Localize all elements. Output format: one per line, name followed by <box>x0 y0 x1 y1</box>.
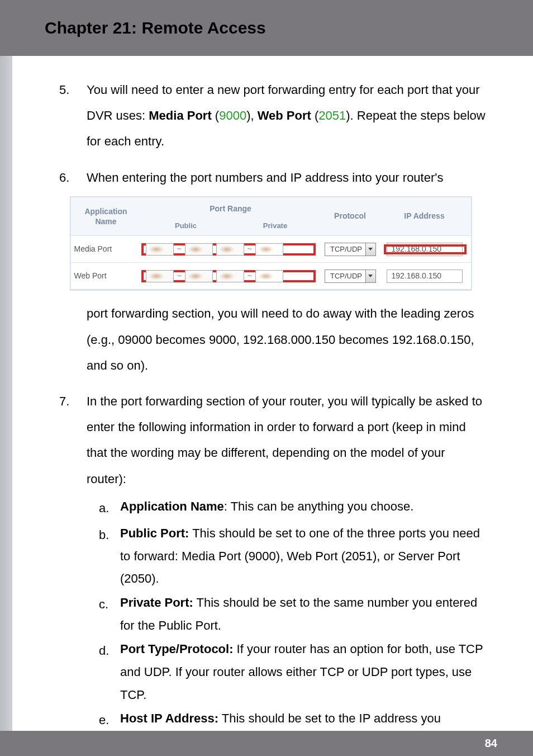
sub-label: Application Name <box>120 499 224 513</box>
private-port-start-input[interactable] <box>216 270 244 282</box>
text: Name <box>71 216 141 226</box>
text: Port Range <box>141 200 320 218</box>
sub-letter: c. <box>87 592 120 637</box>
list-number: 6. <box>56 165 87 191</box>
list-body: When entering the port numbers and IP ad… <box>87 165 486 191</box>
list-item-7: 7. In the port forwarding section of you… <box>56 389 486 753</box>
list-number: 5. <box>56 77 87 155</box>
port-range-cell: ~ ~ <box>141 268 320 284</box>
page-content: 5. You will need to enter a new port for… <box>0 56 533 753</box>
ip-address-input[interactable]: 192.168.0.150 <box>387 270 463 283</box>
sub-letter: d. <box>87 638 120 706</box>
sub-label: Port Type/Protocol: <box>120 642 234 656</box>
chevron-down-icon <box>365 243 375 256</box>
private-port-start-input[interactable] <box>216 243 244 256</box>
protocol-select[interactable]: TCP/UDP <box>325 243 376 256</box>
tilde-separator: ~ <box>177 268 182 284</box>
ip-address-input[interactable]: 192.168.0.150 <box>387 243 463 256</box>
public-port-end-input[interactable] <box>185 243 213 256</box>
sub-list: a. Application Name: This can be anythin… <box>87 495 486 753</box>
router-port-forwarding-table: Application Name Port Range Public Priva… <box>70 196 472 291</box>
public-port-start-input[interactable] <box>146 270 174 282</box>
page-footer: 84 <box>0 731 533 756</box>
ip-cell: 192.168.0.150 <box>380 243 469 256</box>
protocol-value: TCP/UDP <box>325 268 365 284</box>
sub-item-b: b. Public Port: This should be set to on… <box>87 522 486 590</box>
sub-label: Host IP Address: <box>120 711 218 725</box>
col-public: Public <box>141 218 231 233</box>
sub-text: : This can be anything you choose. <box>224 499 414 513</box>
tilde-separator: ~ <box>177 241 182 257</box>
media-port-label: Media Port <box>149 108 211 122</box>
page-number: 84 <box>485 737 497 750</box>
col-application-name: Application Name <box>71 197 141 236</box>
port-range-cell: ~ ~ <box>141 241 320 257</box>
text: port forwarding section, you will need t… <box>87 306 474 372</box>
text: When entering the port numbers and IP ad… <box>87 171 443 185</box>
col-private: Private <box>231 218 320 233</box>
chevron-down-icon <box>365 270 375 282</box>
sub-item-d: d. Port Type/Protocol: If your router ha… <box>87 638 486 706</box>
table-row: Media Port ~ ~ TCP/UDP 192.168.0.150 <box>71 236 471 263</box>
page-header: Chapter 21: Remote Access <box>0 0 533 56</box>
list-item-5: 5. You will need to enter a new port for… <box>56 77 486 155</box>
protocol-cell: TCP/UDP <box>320 243 380 256</box>
protocol-value: TCP/UDP <box>325 242 365 257</box>
sub-body: Application Name: This can be anything y… <box>120 495 486 521</box>
sub-label: Public Port: <box>120 526 189 540</box>
sub-body: Port Type/Protocol: If your router has a… <box>120 638 486 706</box>
sub-letter: b. <box>87 522 120 590</box>
sidebar-stripe <box>0 56 12 731</box>
sub-label: Private Port: <box>120 596 193 609</box>
col-protocol: Protocol <box>320 197 380 236</box>
list-item-6-continued: port forwarding section, you will need t… <box>56 301 486 379</box>
app-name-input[interactable]: Web Port <box>71 268 141 284</box>
col-port-range: Port Range Public Private <box>141 197 320 236</box>
public-port-start-input[interactable] <box>146 243 174 256</box>
list-number-blank <box>56 301 87 379</box>
list-body: You will need to enter a new port forwar… <box>87 77 486 155</box>
web-port-label: Web Port <box>258 108 311 122</box>
private-port-end-input[interactable] <box>255 270 283 282</box>
sub-letter: a. <box>87 495 120 521</box>
web-port-value: 2051 <box>318 108 346 122</box>
sub-body: Public Port: This should be set to one o… <box>120 522 486 590</box>
chapter-title: Chapter 21: Remote Access <box>45 18 266 37</box>
tilde-separator: ~ <box>248 268 252 284</box>
media-port-value: 9000 <box>219 108 246 122</box>
table-header: Application Name Port Range Public Priva… <box>71 197 471 237</box>
sub-item-c: c. Private Port: This should be set to t… <box>87 592 486 637</box>
col-ip-address: IP Address <box>380 197 469 236</box>
tilde-separator: ~ <box>248 241 252 257</box>
table-row: Web Port ~ ~ TCP/UDP 192.168.0.150 <box>71 263 471 290</box>
list-body: port forwarding section, you will need t… <box>87 301 486 379</box>
app-name-input[interactable]: Media Port <box>71 241 141 257</box>
text: In the port forwarding section of your r… <box>87 394 482 486</box>
protocol-cell: TCP/UDP <box>320 270 380 283</box>
public-port-end-input[interactable] <box>185 270 213 282</box>
list-number: 7. <box>56 389 87 753</box>
list-item-6: 6. When entering the port numbers and IP… <box>56 165 486 191</box>
ip-cell: 192.168.0.150 <box>380 270 469 283</box>
text: Application <box>71 206 141 216</box>
sub-item-a: a. Application Name: This can be anythin… <box>87 495 486 521</box>
sub-body: Private Port: This should be set to the … <box>120 592 486 637</box>
list-body: In the port forwarding section of your r… <box>87 389 486 753</box>
private-port-end-input[interactable] <box>255 243 283 256</box>
protocol-select[interactable]: TCP/UDP <box>325 270 376 283</box>
